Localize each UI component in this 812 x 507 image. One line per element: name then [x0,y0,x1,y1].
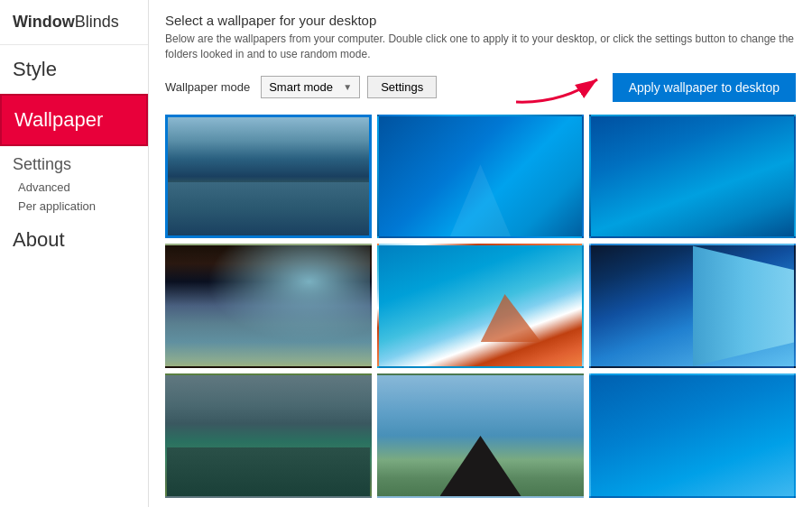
wallpaper-item-mountains-lake[interactable] [165,115,372,239]
wallpaper-item-silhouette-mountain[interactable] [377,373,584,498]
sidebar-item-advanced[interactable]: Advanced [0,178,148,197]
main-content: Select a wallpaper for your desktop Belo… [149,0,812,507]
wallpaper-item-valley-reflection[interactable] [165,373,372,498]
app-logo: WindowBlinds [0,0,148,45]
sidebar-section-settings: Settings [0,146,148,178]
wallpaper-grid [165,115,796,498]
sidebar-item-per-application[interactable]: Per application [0,197,148,216]
wallpaper-item-aerial-water[interactable] [377,244,584,368]
toolbar: Wallpaper mode Smart mode ▼ Settings App… [165,73,796,102]
wallpaper-item-ice-cave[interactable] [589,244,796,368]
logo-part2: Blinds [75,13,119,31]
chevron-down-icon: ▼ [343,82,352,92]
page-title: Select a wallpaper for your desktop [165,13,796,28]
wallpaper-item-solid-blue[interactable] [589,373,796,498]
apply-wallpaper-button[interactable]: Apply wallpaper to desktop [613,73,796,102]
wallpaper-item-cave-beach[interactable] [165,244,372,368]
sidebar-item-style[interactable]: Style [0,45,148,94]
arrow-decoration [507,66,615,115]
mode-select-value: Smart mode [269,80,337,94]
sidebar-item-about[interactable]: About [0,216,148,264]
sidebar-item-wallpaper[interactable]: Wallpaper [0,94,148,146]
sidebar: WindowBlinds Style Wallpaper Settings Ad… [0,0,149,507]
wallpaper-mode-select[interactable]: Smart mode ▼ [261,76,360,98]
page-description: Below are the wallpapers from your compu… [165,32,796,62]
settings-button[interactable]: Settings [367,76,437,98]
wallpaper-item-blue-abstract[interactable] [589,115,796,239]
logo-part1: Window [13,13,75,31]
wallpaper-item-windows-blue[interactable] [377,115,584,239]
mode-label: Wallpaper mode [165,80,250,94]
